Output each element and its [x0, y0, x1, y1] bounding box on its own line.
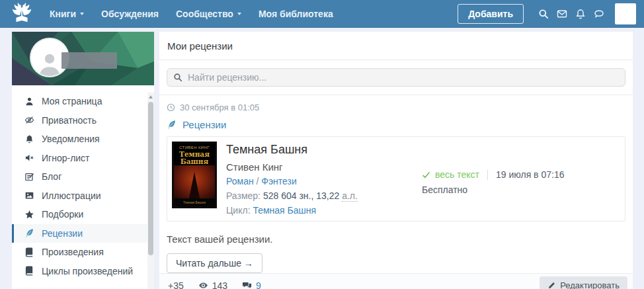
sidebar-item-notifications[interactable]: Уведомления	[12, 130, 154, 149]
nav-item-my-library[interactable]: Моя библиотека	[250, 0, 342, 27]
privacy-eye-slash-icon	[24, 115, 34, 125]
review-excerpt: Текст вашей рецензии.	[167, 233, 625, 245]
username-placeholder	[61, 52, 117, 69]
sidebar-item-label: Приватность	[42, 115, 97, 126]
page-title: Мои рецензии	[167, 40, 625, 52]
nav-item-books[interactable]: Книги	[41, 0, 93, 27]
scroll-up-arrow-icon[interactable]	[149, 95, 153, 99]
navbar-right-cluster: Добавить	[458, 3, 636, 24]
book-icon	[24, 247, 34, 257]
user-avatar[interactable]	[615, 3, 636, 24]
review-footer: +35 143 9 Редактировать	[159, 273, 633, 289]
cover-artwork	[174, 165, 215, 198]
size-unit-abbr: а.л.	[342, 190, 358, 202]
sidebar-item-label: Циклы произведений	[42, 266, 133, 276]
rating-count[interactable]: +35	[168, 280, 184, 289]
sidebar-scrollbar[interactable]	[147, 93, 154, 289]
chevron-down-icon	[237, 13, 241, 15]
profile-banner[interactable]	[12, 32, 154, 85]
profile-sidebar: Моя страница Приватность Уведомления Игн…	[12, 32, 154, 289]
dark-tower-silhouette	[189, 172, 200, 198]
review-posted-date: 30 сентября в 01:05	[167, 103, 625, 112]
blog-icon	[24, 172, 34, 182]
star-icon	[24, 210, 34, 220]
check-icon	[422, 171, 430, 179]
book-title[interactable]: Темная Башня	[226, 143, 358, 157]
book-genres: Роман / Фэнтези	[226, 176, 358, 187]
book-cover[interactable]: СТИВЕН КИНГ Темная Башня Темная Башня	[172, 142, 217, 208]
edit-review-button[interactable]: Редактировать	[540, 276, 627, 289]
sidebar-item-illustrations[interactable]: Иллюстрации	[12, 186, 154, 206]
feather-icon	[167, 120, 177, 130]
top-navbar: Книги Обсуждения Сообщество Моя библиоте…	[0, 0, 644, 28]
site-logo-icon[interactable]	[9, 1, 34, 26]
notifications-icon[interactable]	[571, 4, 590, 24]
comments-stat[interactable]: 9	[242, 280, 261, 289]
sidebar-item-label: Произведения	[42, 247, 104, 257]
main-menu: Книги Обсуждения Сообщество Моя библиоте…	[41, 0, 342, 27]
review-search-section	[159, 60, 633, 95]
book-size: Размер: 528 604 зн., 13,22 а.л.	[226, 190, 358, 202]
chevron-down-icon	[80, 13, 84, 15]
review-stats: +35 143 9	[168, 280, 261, 289]
user-icon	[24, 97, 34, 106]
sidebar-item-label: Блог	[42, 171, 61, 182]
add-button[interactable]: Добавить	[458, 4, 524, 24]
scrollbar-thumb[interactable]	[148, 102, 153, 255]
book-author: Стивен Кинг	[226, 161, 358, 173]
book-cycle: Цикл: Темная Башня	[226, 205, 358, 216]
category-reviews-link[interactable]: Рецензии	[182, 119, 226, 130]
cover-footer-text: Темная Башня	[174, 198, 215, 206]
nav-item-label: Моя библиотека	[259, 9, 333, 19]
review-search-input[interactable]	[167, 68, 625, 87]
sidebar-item-label: Моя страница	[42, 96, 102, 106]
views-stat: 143	[198, 280, 227, 289]
nav-item-label: Книги	[50, 9, 76, 19]
search-icon	[173, 73, 182, 82]
nav-item-discussions[interactable]: Обсуждения	[93, 0, 167, 27]
sidebar-item-label: Подборки	[42, 209, 83, 220]
sidebar-item-works[interactable]: Произведения	[12, 243, 154, 262]
book-widget: СТИВЕН КИНГ Темная Башня Темная Башня Те…	[167, 136, 625, 222]
reviews-panel: Мои рецензии 30 сентября в 01:05 Рецензи…	[159, 32, 633, 284]
fulltext-badge: весь текст	[435, 169, 479, 180]
bell-icon	[24, 134, 34, 144]
sidebar-item-work-cycles[interactable]: Циклы произведений	[12, 262, 154, 281]
book-status-column: весь текст 19 июля в 07:16 Бесплатно	[422, 142, 620, 216]
sidebar-item-ignore-list[interactable]: Игнор-лист	[12, 149, 154, 168]
nav-item-label: Обсуждения	[101, 9, 159, 19]
sidebar-item-collections[interactable]: Подборки	[12, 205, 154, 224]
sidebar-item-label: Уведомления	[42, 134, 100, 144]
image-icon	[24, 190, 34, 200]
nav-item-community[interactable]: Сообщество	[167, 0, 250, 27]
feather-icon	[24, 228, 34, 238]
chat-icon[interactable]	[590, 4, 608, 24]
comments-icon	[242, 280, 252, 289]
comments-count[interactable]: 9	[256, 280, 261, 289]
cover-author-text: СТИВЕН КИНГ	[174, 144, 215, 149]
read-more-button[interactable]: Читать дальше →	[167, 253, 262, 273]
search-icon[interactable]	[534, 4, 553, 24]
book-info: Темная Башня Стивен Кинг Роман / Фэнтези…	[226, 142, 358, 216]
views-count: 143	[212, 280, 227, 289]
review-category: Рецензии	[167, 119, 625, 130]
panel-header: Мои рецензии	[159, 32, 633, 60]
sidebar-item-label: Игнор-лист	[42, 153, 90, 163]
sidebar-menu: Моя страница Приватность Уведомления Игн…	[12, 85, 154, 280]
genre-link-secondary[interactable]: Фэнтези	[261, 176, 297, 186]
cycle-link[interactable]: Темная Башня	[253, 205, 316, 216]
sidebar-item-privacy[interactable]: Приватность	[12, 111, 154, 130]
eye-icon	[198, 280, 208, 289]
nav-item-label: Сообщество	[176, 9, 233, 19]
review-card: 30 сентября в 01:05 Рецензии СТИВЕН КИНГ…	[159, 95, 633, 289]
sidebar-item-label: Рецензии	[42, 228, 83, 239]
messages-icon[interactable]	[553, 4, 571, 24]
sidebar-item-reviews[interactable]: Рецензии	[12, 224, 154, 243]
pencil-icon	[547, 282, 555, 289]
genre-link-primary[interactable]: Роман	[226, 176, 254, 186]
sidebar-item-label: Иллюстрации	[42, 190, 101, 201]
cover-title-text: Темная Башня	[174, 149, 215, 165]
sidebar-item-blog[interactable]: Блог	[12, 167, 154, 186]
mute-icon	[24, 153, 34, 163]
sidebar-item-my-page[interactable]: Моя страница	[12, 92, 154, 111]
